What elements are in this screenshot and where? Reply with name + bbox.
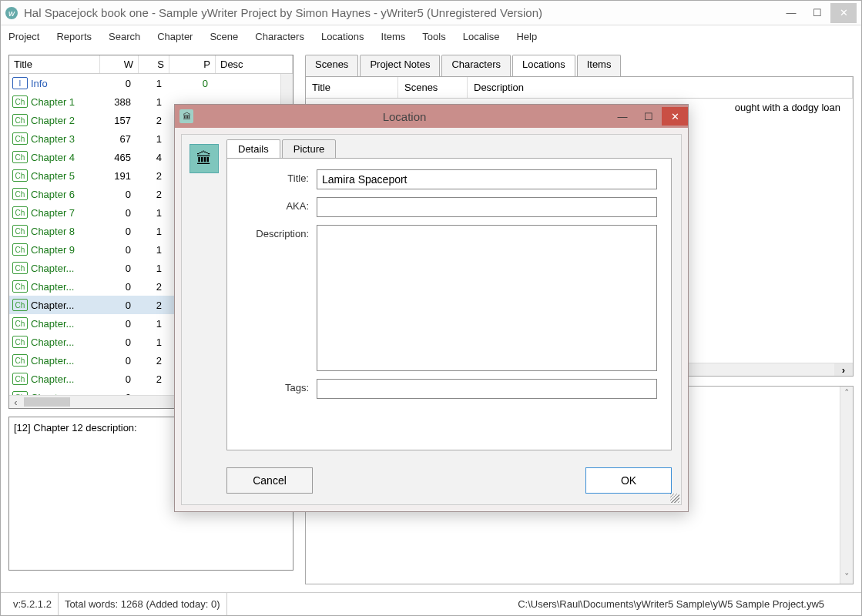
chapter-scenes: 1 (139, 133, 169, 145)
menu-project[interactable]: Project (8, 31, 39, 42)
chapter-scenes: 2 (139, 355, 169, 367)
close-button[interactable]: ✕ (830, 3, 857, 23)
cancel-button[interactable]: Cancel (226, 467, 313, 494)
scroll-thumb[interactable] (24, 397, 70, 407)
chapter-wordcount: 0 (100, 244, 139, 256)
menu-reports[interactable]: Reports (56, 31, 92, 42)
dialog-minimize-button[interactable]: — (609, 107, 636, 126)
menubar: Project Reports Search Chapter Scene Cha… (1, 25, 861, 47)
chapter-wordcount: 0 (100, 281, 139, 293)
main-titlebar[interactable]: w Hal Spacejock book one - Sample yWrite… (1, 1, 861, 25)
menu-tools[interactable]: Tools (422, 31, 445, 42)
chapter-title: Chapter... (31, 355, 100, 367)
menu-items[interactable]: Items (381, 31, 406, 42)
chapter-row[interactable]: IInfo010 (9, 74, 293, 92)
chapter-badge-icon: Ch (12, 114, 28, 126)
status-words: Total words: 1268 (Added today: 0) (59, 593, 227, 615)
chapter-badge-icon: Ch (12, 243, 28, 256)
label-title: Title: (241, 169, 317, 184)
location-large-icon: 🏛 (190, 144, 219, 173)
maximize-button[interactable]: ☐ (804, 3, 830, 23)
chapter-badge-icon: I (12, 77, 28, 89)
chapter-title: Chapter... (31, 263, 100, 274)
description-text: [12] Chapter 12 description: (14, 422, 137, 434)
menu-localise[interactable]: Localise (463, 31, 500, 42)
resize-grip-icon[interactable] (670, 494, 679, 503)
scroll-right-arrow[interactable]: › (834, 363, 853, 376)
col-title[interactable]: Title (9, 55, 100, 73)
content-vscrollbar[interactable]: ˄ ˅ (840, 387, 853, 584)
minimize-button[interactable]: — (778, 3, 804, 23)
window-title: Hal Spacejock book one - Sample yWriter … (24, 6, 778, 19)
col-w[interactable]: W (100, 55, 139, 73)
col-p[interactable]: P (169, 55, 216, 73)
tab-scenes[interactable]: Scenes (305, 55, 358, 76)
label-tags: Tags: (241, 379, 317, 393)
dialog-maximize-button[interactable]: ☐ (636, 107, 662, 126)
chapter-badge-icon: Ch (12, 206, 28, 219)
tab-locations[interactable]: Locations (512, 55, 575, 76)
tab-picture[interactable]: Picture (282, 139, 336, 159)
chapter-badge-icon: Ch (12, 299, 28, 311)
app-icon: w (5, 7, 18, 19)
ok-button[interactable]: OK (585, 467, 672, 494)
chapter-title: Chapter... (31, 300, 100, 311)
chapter-title: Chapter 9 (31, 244, 100, 256)
chapter-scenes: 1 (139, 78, 169, 89)
scroll-left-icon[interactable]: ‹ (9, 396, 22, 408)
dialog-titlebar[interactable]: 🏛 Location — ☐ ✕ (175, 105, 688, 128)
chapter-scenes: 1 (139, 207, 169, 219)
menu-locations[interactable]: Locations (321, 31, 364, 42)
aka-input[interactable] (317, 197, 657, 217)
tab-details[interactable]: Details (226, 139, 280, 159)
chapter-scenes: 2 (139, 170, 169, 182)
tags-input[interactable] (317, 379, 657, 399)
loc-col-desc[interactable]: Description (468, 77, 853, 98)
chapter-wordcount: 191 (100, 170, 139, 182)
chapter-badge-icon: Ch (12, 280, 28, 293)
chapter-title: Chapter... (31, 318, 100, 330)
chapter-wordcount: 0 (100, 373, 139, 385)
chapter-badge-icon: Ch (12, 373, 28, 385)
chapter-scenes: 2 (139, 373, 169, 385)
chapter-title: Chapter 6 (31, 189, 100, 200)
chapter-wordcount: 0 (100, 355, 139, 367)
chapter-title: Chapter 7 (31, 207, 100, 219)
description-textarea[interactable] (317, 225, 657, 371)
chapter-scenes: 1 (139, 263, 169, 274)
menu-help[interactable]: Help (516, 31, 537, 42)
tab-characters[interactable]: Characters (441, 55, 511, 76)
chapter-title: Chapter 1 (31, 96, 100, 108)
tab-project-notes[interactable]: Project Notes (360, 55, 440, 76)
label-description: Description: (241, 225, 317, 239)
chapter-badge-icon: Ch (12, 225, 28, 237)
dialog-close-button[interactable]: ✕ (662, 107, 688, 126)
chapter-scenes: 2 (139, 281, 169, 293)
chapter-title: Chapter 5 (31, 170, 100, 182)
scroll-down-icon[interactable]: ˅ (840, 571, 853, 584)
chapter-wordcount: 0 (100, 189, 139, 200)
menu-characters[interactable]: Characters (255, 31, 304, 42)
chapter-wordcount: 0 (100, 226, 139, 237)
chapter-scenes: 2 (139, 115, 169, 126)
menu-search[interactable]: Search (109, 31, 140, 42)
col-desc[interactable]: Desc (216, 55, 293, 73)
chapter-title: Chapter 4 (31, 152, 100, 163)
chapter-badge-icon: Ch (12, 169, 28, 182)
loc-col-title[interactable]: Title (306, 77, 398, 98)
status-path: C:\Users\Raul\Documents\yWriter5 Sample\… (518, 598, 855, 610)
loc-col-scenes[interactable]: Scenes (398, 77, 468, 98)
col-s[interactable]: S (139, 55, 169, 73)
chapter-badge-icon: Ch (12, 336, 28, 348)
location-dialog: 🏛 Location — ☐ ✕ 🏛 Details Picture Title… (174, 104, 689, 512)
chapter-wordcount: 0 (100, 318, 139, 330)
chapter-badge-icon: Ch (12, 132, 28, 145)
scroll-up-icon[interactable]: ˄ (840, 387, 853, 400)
chapter-badge-icon: Ch (12, 317, 28, 330)
title-input[interactable] (317, 169, 657, 189)
menu-chapter[interactable]: Chapter (157, 31, 193, 42)
menu-scene[interactable]: Scene (210, 31, 238, 42)
chapter-title: Chapter... (31, 336, 100, 348)
tab-items[interactable]: Items (577, 55, 622, 76)
chapter-wordcount: 0 (100, 263, 139, 274)
